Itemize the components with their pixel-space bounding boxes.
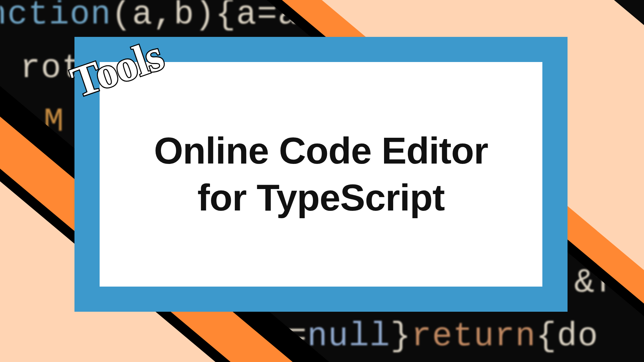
title-line-2: for TypeScript [154,174,488,221]
title-card-inner: Online Code Editor for TypeScript [100,62,542,287]
title-line-1: Online Code Editor [154,127,488,174]
main-title: Online Code Editor for TypeScript [154,127,488,221]
